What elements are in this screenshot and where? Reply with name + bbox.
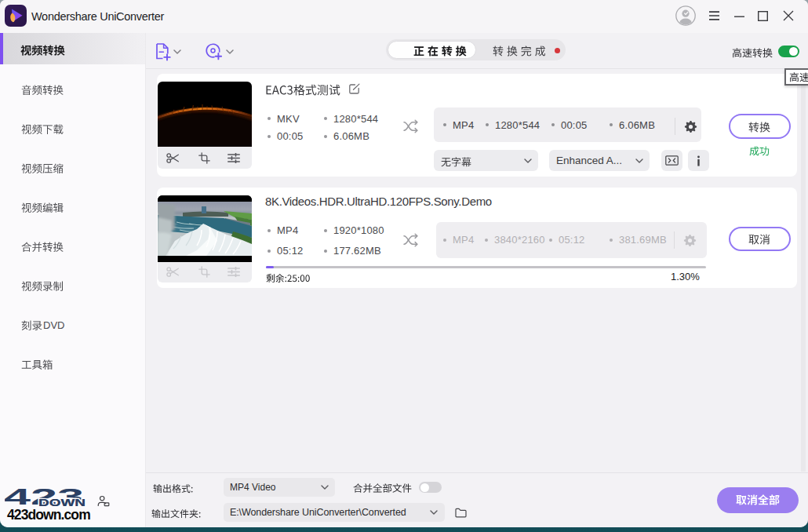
svg-text:DOWN: DOWN: [38, 497, 86, 508]
